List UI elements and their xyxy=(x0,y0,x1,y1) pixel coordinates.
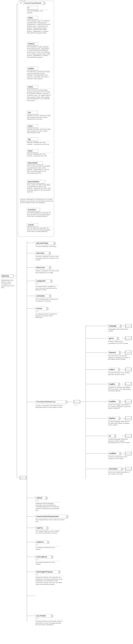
element-scheduled[interactable]: scheduled+ xyxy=(35,294,50,298)
element-planningExtProperty[interactable]: planningExtProperty+ xyxy=(35,570,59,574)
sequence-dateline[interactable]: ··· xyxy=(126,416,131,420)
expand-icon[interactable]: + xyxy=(120,453,122,455)
group-prefix: grp xyxy=(20,2,22,4)
element-assignedTo[interactable]: assignedTo+ xyxy=(35,279,51,283)
element-subject[interactable]: subject+ xyxy=(108,368,119,371)
sequence-keyword[interactable]: ··· xyxy=(126,351,131,354)
element-slugline[interactable]: slugline+ xyxy=(108,382,119,386)
occurs-dm: 0..∞ xyxy=(75,404,78,406)
expand-icon[interactable]: + xyxy=(50,280,52,282)
element-description[interactable]: description+ xyxy=(108,467,122,471)
sequence-language[interactable]: ··· xyxy=(126,324,131,328)
expand-icon[interactable]: + xyxy=(119,418,121,420)
element-scheduled-desc: The scheduled time of delivery for the p… xyxy=(35,298,59,302)
element-service[interactable]: service+ xyxy=(35,307,47,310)
element-urgency-desc: The editorial urgency of the content, as… xyxy=(35,530,61,534)
element-language[interactable]: language+ xyxy=(108,324,121,328)
sequence-headline[interactable]: ··· xyxy=(126,400,131,403)
element-urgency[interactable]: urgency+ xyxy=(35,526,47,530)
occurs-audience: 0..∞ xyxy=(35,544,38,546)
attr-creator[interactable]: creator xyxy=(27,16,38,20)
collapse-icon[interactable]: − xyxy=(66,401,68,403)
element-planning[interactable]: planning xyxy=(1,274,13,278)
expand-icon[interactable]: + xyxy=(46,497,48,499)
attr-creator-desc: If the property value is not defined, sp… xyxy=(27,20,51,34)
element-any-other-desc: Extension point for any provider-specifi… xyxy=(35,620,63,626)
element-planningExtProperty-desc: Extension Property: the semantics are de… xyxy=(35,576,63,585)
expand-icon[interactable]: + xyxy=(119,401,121,403)
attr-creatoruri[interactable]: creatoruri xyxy=(27,42,38,46)
sequence-main[interactable]: ··· xyxy=(20,476,26,480)
element-headline[interactable]: headline+ xyxy=(108,400,120,403)
sequence-genre[interactable]: ··· xyxy=(126,336,131,340)
attr-id[interactable]: id xyxy=(27,6,38,10)
attr-pubconstraint[interactable]: pubconstraint xyxy=(27,161,43,164)
element-genre-desc: A nature, intellectual or journalistic f… xyxy=(108,340,130,344)
attr-pubconstrainturi[interactable]: pubconstrainturi xyxy=(27,180,45,183)
element-dateline[interactable]: dateline+ xyxy=(108,417,120,420)
element-edNote-desc: Additional natural language information … xyxy=(35,502,61,511)
expand-icon[interactable]: + xyxy=(49,252,51,254)
expand-icon[interactable]: + xyxy=(46,527,48,529)
expand-icon[interactable]: + xyxy=(51,556,53,558)
element-any-other[interactable]: any ##other+ xyxy=(35,614,52,618)
sequence-creditline[interactable]: ··· xyxy=(126,452,131,455)
expand-icon[interactable]: + xyxy=(54,242,56,244)
element-g2contentType[interactable]: g2contentType+ xyxy=(35,242,55,245)
collapse-icon[interactable]: − xyxy=(43,2,45,4)
element-creditline-desc: A free-form expression of the credit(s) … xyxy=(108,456,131,460)
attr-howuri[interactable]: howuri xyxy=(27,124,38,128)
expand-icon[interactable]: + xyxy=(66,516,68,518)
element-newsContentCharacteristics-desc: The characteristics of the content of a … xyxy=(35,518,67,522)
element-itemCount[interactable]: itemCount+ xyxy=(35,266,50,269)
attr-modified[interactable]: modified xyxy=(27,67,38,70)
attr-custom-desc: If set to true the corresponding propert… xyxy=(27,89,52,101)
expand-icon[interactable]: + xyxy=(121,468,123,470)
element-headline-desc: A brief and snappy introduction to the c… xyxy=(108,404,131,409)
sequence-slugline[interactable]: ··· xyxy=(126,382,131,386)
element-audience-desc: An intended audience for the content. xyxy=(35,546,59,550)
attr-custom[interactable]: custom xyxy=(27,85,38,88)
attr-how[interactable]: how xyxy=(27,111,38,114)
expand-icon[interactable]: + xyxy=(114,435,116,437)
element-creditline[interactable]: creditline+ xyxy=(108,452,121,455)
expand-icon[interactable]: + xyxy=(49,267,51,269)
attr-coversfrom[interactable]: coversfrom xyxy=(27,208,40,211)
element-slugline-desc: A sequence of tokens associated with the… xyxy=(108,386,131,392)
element-edNote[interactable]: edNote+ xyxy=(35,496,47,500)
occurs-exclAudience: 0..∞ xyxy=(35,559,38,561)
attr-coversto[interactable]: coversto xyxy=(27,223,38,226)
element-exclAudience[interactable]: exclAudience+ xyxy=(35,555,52,559)
group-common-power-attributes[interactable]: commonPowerAttributes − xyxy=(23,2,44,5)
attr-why[interactable]: why xyxy=(27,138,38,141)
sequence-description[interactable]: ··· xyxy=(126,467,131,471)
element-audience[interactable]: audience+ xyxy=(35,540,48,544)
element-genre[interactable]: genre+ xyxy=(108,337,118,340)
diagram-canvas: attributes grp commonPowerAttributes − i… xyxy=(0,0,133,644)
attr-creatoruri-desc: If the attribute is empty, specifies whi… xyxy=(27,46,51,58)
occurs-assignedTo: 0..∞ xyxy=(35,283,38,285)
attr-modified-desc: The date (and, optionally, the time) whe… xyxy=(27,70,51,80)
expand-icon[interactable]: + xyxy=(117,338,119,340)
expand-icon[interactable]: + xyxy=(46,308,48,310)
element-exclAudience-desc: An excluded audience for the content. xyxy=(35,561,59,565)
expand-icon[interactable]: + xyxy=(49,295,51,297)
expand-icon[interactable]: + xyxy=(58,571,60,573)
expand-icon[interactable]: + xyxy=(47,541,49,543)
sequence-by[interactable]: ··· xyxy=(126,434,131,438)
element-itemClass[interactable]: itemClass+ xyxy=(35,252,50,255)
occurs-edNote: 0..∞ xyxy=(35,500,38,502)
expand-icon[interactable]: + xyxy=(119,352,121,354)
expand-icon[interactable]: + xyxy=(51,615,53,617)
expand-icon[interactable]: + xyxy=(118,369,120,371)
element-subject-desc: An important topic of the content; what … xyxy=(108,372,131,376)
element-keyword[interactable]: keyword+ xyxy=(108,351,120,354)
sequence-subject[interactable]: ··· xyxy=(126,368,131,371)
expand-icon[interactable]: + xyxy=(118,383,120,385)
element-by[interactable]: by+ xyxy=(108,434,115,438)
sequence-dm[interactable]: ··· xyxy=(74,400,80,404)
group-descriptive-metadata[interactable]: DescriptiveMetadataGroup − xyxy=(35,400,67,404)
attr-whyuri[interactable]: whyuri xyxy=(27,149,38,152)
expand-icon[interactable]: + xyxy=(120,325,122,327)
element-newsContentCharacteristics[interactable]: newsContentCharacteristics+ xyxy=(35,515,67,518)
